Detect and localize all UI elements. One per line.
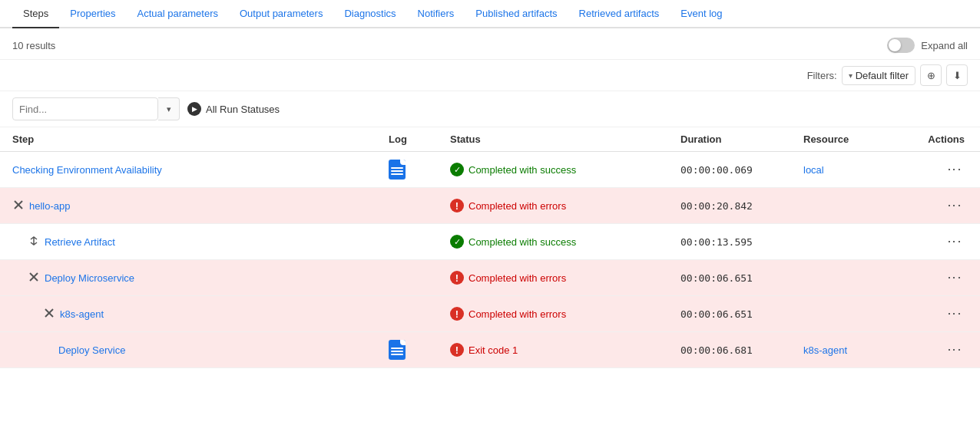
actions-cell: ⋮ (903, 268, 965, 288)
status-cell: ✓Completed with success (450, 163, 680, 176)
status-cell: !Completed with errors (450, 199, 680, 212)
more-actions-button[interactable]: ⋮ (945, 268, 965, 288)
duration-cell: 00:00:20.842 (680, 200, 803, 212)
col-resource: Resource (803, 133, 903, 145)
search-dropdown-button[interactable]: ▾ (158, 97, 180, 120)
col-step: Step (12, 133, 389, 145)
status-cell: ✓Completed with success (450, 235, 680, 249)
expand-icon[interactable] (28, 272, 40, 285)
step-link[interactable]: Deploy Microservice (45, 272, 134, 284)
table-row: Checking Environment Availability✓Comple… (0, 152, 980, 188)
table-row: k8s-agent!Completed with errors00:00:06.… (0, 296, 980, 332)
expand-all-toggle[interactable] (887, 38, 915, 53)
duration-cell: 00:00:13.595 (680, 236, 803, 248)
tab-steps[interactable]: Steps (12, 0, 59, 28)
filter-bar: Filters: ▾ Default filter ⊕ ⬇ (0, 60, 980, 91)
search-input[interactable] (12, 97, 158, 120)
add-filter-button[interactable]: ⊕ (920, 64, 942, 86)
results-count: 10 results (12, 40, 55, 51)
log-icon[interactable] (389, 340, 406, 360)
col-duration: Duration (680, 133, 803, 145)
tab-event-log[interactable]: Event log (670, 0, 733, 28)
status-label: Completed with errors (468, 272, 566, 284)
tab-notifiers[interactable]: Notifiers (407, 0, 465, 28)
actions-cell: ⋮ (903, 340, 965, 360)
expand-icon[interactable] (43, 308, 55, 321)
col-log: Log (389, 133, 450, 145)
run-status-icon: ▶ (187, 102, 201, 116)
more-actions-button[interactable]: ⋮ (945, 340, 965, 361)
more-actions-button[interactable]: ⋮ (945, 232, 965, 252)
step-cell: Retrieve Artifact (12, 236, 389, 249)
status-label: Exit code 1 (468, 344, 518, 356)
table-body: Checking Environment Availability✓Comple… (0, 152, 980, 368)
duration-cell: 00:00:06.651 (680, 272, 803, 284)
actions-cell: ⋮ (903, 232, 965, 252)
log-icon[interactable] (389, 160, 406, 180)
search-chevron-icon: ▾ (167, 104, 171, 114)
success-icon: ✓ (450, 163, 464, 176)
status-cell: !Exit code 1 (450, 343, 680, 357)
step-cell: Deploy Service (12, 344, 389, 356)
tab-actual-parameters[interactable]: Actual parameters (127, 0, 230, 28)
col-status: Status (450, 133, 680, 145)
status-label: Completed with success (468, 164, 576, 176)
duration-cell: 00:00:06.651 (680, 308, 803, 320)
more-actions-button[interactable]: ⋮ (945, 304, 965, 325)
step-link[interactable]: Deploy Service (58, 344, 125, 356)
tabs-bar: StepsPropertiesActual parametersOutput p… (0, 0, 980, 28)
col-actions: Actions (903, 133, 965, 145)
resource-cell[interactable]: local (803, 164, 903, 176)
step-link[interactable]: hello-app (29, 200, 71, 212)
error-icon: ! (450, 271, 464, 285)
step-cell: Checking Environment Availability (12, 164, 389, 176)
expand-icon[interactable] (28, 236, 40, 249)
step-cell: hello-app (12, 199, 389, 212)
expand-icon[interactable] (12, 199, 25, 212)
chevron-down-icon: ▾ (849, 71, 853, 80)
table-header: Step Log Status Duration Resource Action… (0, 127, 980, 152)
step-link[interactable]: Retrieve Artifact (45, 236, 115, 248)
expand-all-label: Expand all (921, 40, 968, 51)
tab-retrieved-artifacts[interactable]: Retrieved artifacts (568, 0, 670, 28)
actions-cell: ⋮ (903, 196, 965, 216)
log-cell (389, 160, 450, 180)
error-icon: ! (450, 199, 464, 212)
duration-cell: 00:00:00.069 (680, 164, 803, 176)
expand-all-area: Expand all (887, 38, 968, 53)
resource-cell[interactable]: k8s-agent (803, 344, 903, 356)
error-icon: ! (450, 307, 464, 321)
tab-published-artifacts[interactable]: Published artifacts (465, 0, 568, 28)
status-label: Completed with errors (468, 200, 566, 212)
duration-cell: 00:00:06.681 (680, 344, 803, 356)
exit-error-icon: ! (450, 343, 464, 357)
tab-properties[interactable]: Properties (59, 0, 126, 28)
status-label: Completed with errors (468, 308, 566, 320)
step-cell: Deploy Microservice (12, 272, 389, 285)
default-filter-label: Default filter (856, 70, 909, 81)
status-cell: !Completed with errors (450, 307, 680, 321)
step-link[interactable]: k8s-agent (60, 308, 104, 320)
more-actions-button[interactable]: ⋮ (945, 160, 965, 180)
table-row: Deploy Microservice!Completed with error… (0, 260, 980, 296)
table-row: Retrieve Artifact✓Completed with success… (0, 224, 980, 260)
step-cell: k8s-agent (12, 308, 389, 321)
more-actions-button[interactable]: ⋮ (945, 196, 965, 216)
actions-cell: ⋮ (903, 304, 965, 324)
tab-diagnostics[interactable]: Diagnostics (333, 0, 406, 28)
search-input-wrap: ▾ (12, 97, 180, 120)
export-icon: ⬇ (953, 70, 962, 81)
tab-output-parameters[interactable]: Output parameters (229, 0, 333, 28)
table-row: Deploy Service!Exit code 100:00:06.681k8… (0, 332, 980, 368)
actions-cell: ⋮ (903, 160, 965, 180)
status-filter-dropdown[interactable]: ▶ All Run Statuses (187, 102, 280, 116)
search-bar: ▾ ▶ All Run Statuses (0, 91, 980, 127)
table-row: hello-app!Completed with errors00:00:20.… (0, 188, 980, 224)
status-filter-label: All Run Statuses (206, 104, 280, 115)
export-button[interactable]: ⬇ (946, 64, 968, 86)
table: Step Log Status Duration Resource Action… (0, 127, 980, 368)
default-filter-dropdown[interactable]: ▾ Default filter (842, 66, 915, 85)
top-bar: 10 results Expand all (0, 28, 980, 60)
status-label: Completed with success (468, 236, 576, 248)
step-link[interactable]: Checking Environment Availability (12, 164, 162, 176)
